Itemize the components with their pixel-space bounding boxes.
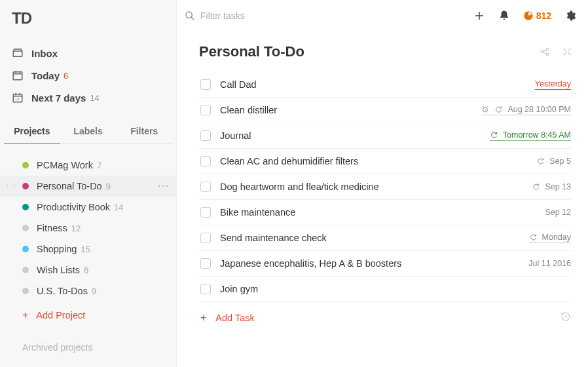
project-more-button[interactable]: ···	[158, 181, 170, 191]
task-due-text: Sep 5	[549, 157, 571, 166]
plus-icon	[473, 10, 485, 22]
project-item[interactable]: ⋮⋮PCMag Work7···	[0, 155, 176, 176]
task-due-text: Sep 12	[545, 208, 571, 217]
add-project-button[interactable]: + Add Project	[0, 301, 176, 329]
project-label: Productivity Book	[37, 202, 110, 212]
sidebar-tabs: Projects Labels Filters	[0, 114, 176, 144]
tab-filters[interactable]: Filters	[116, 121, 172, 144]
project-color-dot	[22, 267, 29, 273]
project-label: Fitness	[37, 223, 67, 233]
logo-text: TD	[12, 9, 31, 27]
task-due[interactable]: Monday	[529, 233, 571, 243]
calendar-today-icon	[12, 69, 24, 81]
bell-icon	[498, 10, 510, 22]
task-due[interactable]: Sep 13	[532, 182, 571, 191]
task-title: Dog heartworm and flea/tick medicine	[220, 182, 532, 192]
share-icon[interactable]	[540, 47, 550, 57]
project-count: 9	[92, 286, 96, 296]
search-input[interactable]	[200, 10, 331, 21]
project-item[interactable]: ⋮⋮Fitness12···	[0, 218, 176, 239]
tabs-divider	[4, 144, 172, 144]
search-icon	[185, 10, 195, 21]
drag-handle-icon[interactable]: ⋮⋮	[4, 183, 18, 190]
task-row[interactable]: JournalTomorrow 8:45 AM	[199, 123, 572, 149]
add-task-label: Add Task	[215, 313, 254, 323]
task-due-text: Jul 11 2016	[528, 259, 571, 268]
project-item[interactable]: ⋮⋮Wish Lists6···	[0, 260, 176, 280]
quick-add-button[interactable]	[473, 10, 485, 22]
task-title: Call Dad	[220, 79, 535, 90]
nav-next7[interactable]: +7 Next 7 days 14	[0, 87, 176, 109]
project-color-dot	[22, 246, 29, 252]
add-task-button[interactable]: + Add Task	[199, 302, 572, 333]
nav-today-label: Today	[31, 70, 60, 81]
task-due[interactable]: Tomorrow 8:45 AM	[490, 130, 571, 141]
task-checkbox[interactable]	[200, 182, 211, 192]
task-row[interactable]: Clean distillerAug 28 10:00 PM	[199, 98, 572, 123]
nav-inbox-label: Inbox	[31, 48, 58, 59]
task-due-text: Sep 13	[545, 182, 571, 191]
recurring-icon	[536, 157, 544, 165]
project-item[interactable]: ⋮⋮Productivity Book14···	[0, 197, 176, 218]
task-due[interactable]: Sep 12	[545, 208, 571, 217]
task-row[interactable]: Send maintenance checkMonday	[199, 225, 572, 251]
search-box[interactable]	[185, 10, 473, 21]
topbar: 812	[177, 0, 588, 31]
project-color-dot	[22, 204, 29, 210]
calendar-week-icon: +7	[12, 92, 24, 104]
project-item[interactable]: ⋮⋮U.S. To-Dos9···	[0, 280, 176, 301]
project-label: Personal To-Do	[37, 181, 102, 191]
task-row[interactable]: Call DadYesterday	[199, 72, 572, 98]
recurring-icon	[529, 233, 537, 241]
project-label: Shopping	[37, 244, 77, 254]
task-title: Japanese encephalitis, Hep A & B booster…	[220, 258, 528, 269]
task-row[interactable]: Japanese encephalitis, Hep A & B booster…	[199, 251, 572, 277]
task-row[interactable]: Join gym	[199, 277, 572, 302]
task-checkbox[interactable]	[200, 233, 211, 243]
project-item[interactable]: ⋮⋮Personal To-Do9···	[0, 176, 176, 197]
task-row[interactable]: Clean AC and dehumidifier filtersSep 5	[199, 149, 572, 174]
notifications-button[interactable]	[498, 10, 510, 22]
recurring-icon	[532, 183, 540, 191]
task-row[interactable]: Dog heartworm and flea/tick medicineSep …	[199, 174, 572, 200]
project-label: U.S. To-Dos	[37, 286, 88, 296]
task-checkbox[interactable]	[200, 105, 211, 115]
task-checkbox[interactable]	[200, 79, 211, 90]
archived-projects-link[interactable]: Archived projects	[0, 329, 176, 359]
settings-button[interactable]	[564, 10, 576, 22]
task-checkbox[interactable]	[200, 207, 211, 218]
task-checkbox[interactable]	[200, 130, 211, 141]
task-due-text: Aug 28 10:00 PM	[507, 105, 571, 114]
project-item[interactable]: ⋮⋮Shopping15···	[0, 239, 176, 260]
task-checkbox[interactable]	[200, 156, 211, 166]
project-color-dot	[22, 225, 29, 231]
karma-count: 812	[536, 10, 551, 21]
content-area: Personal To-Do Call DadYesterdayClean di…	[177, 31, 588, 333]
topbar-actions: 812	[473, 10, 576, 22]
task-title: Journal	[220, 130, 490, 141]
main-panel: 812 Personal To-Do Call DadYesterdayClea…	[177, 0, 588, 367]
task-due[interactable]: Jul 11 2016	[528, 259, 571, 268]
task-due[interactable]: Yesterday	[535, 79, 571, 90]
tab-projects[interactable]: Projects	[4, 121, 60, 144]
reminder-icon	[481, 106, 489, 113]
project-label: Wish Lists	[37, 265, 80, 275]
nav-today[interactable]: Today 6	[0, 64, 176, 87]
task-title: Clean AC and dehumidifier filters	[220, 156, 536, 166]
tab-labels[interactable]: Labels	[60, 121, 117, 144]
project-count: 12	[71, 223, 81, 233]
task-checkbox[interactable]	[200, 258, 211, 269]
task-due-text: Monday	[542, 233, 571, 242]
task-checkbox[interactable]	[200, 284, 211, 294]
task-due[interactable]: Aug 28 10:00 PM	[481, 105, 571, 115]
nav-inbox[interactable]: Inbox	[0, 42, 176, 64]
task-due-text: Yesterday	[535, 79, 571, 88]
task-row[interactable]: Bike maintenanceSep 12	[199, 200, 572, 225]
history-button[interactable]	[560, 311, 571, 324]
project-count: 15	[81, 244, 90, 254]
karma-indicator[interactable]: 812	[523, 10, 551, 21]
task-due[interactable]: Sep 5	[536, 157, 571, 166]
project-count: 9	[106, 182, 111, 191]
tools-icon[interactable]	[562, 47, 572, 57]
task-title: Join gym	[220, 284, 571, 294]
